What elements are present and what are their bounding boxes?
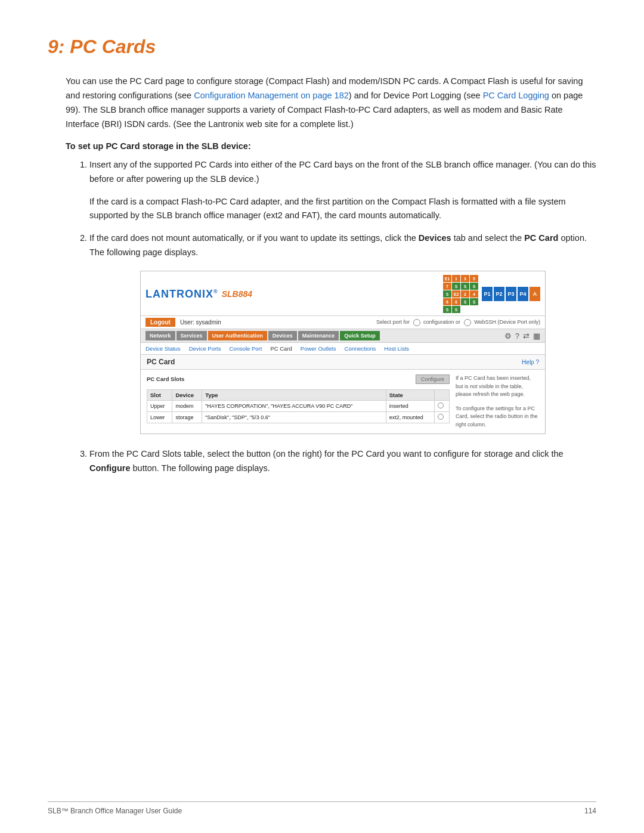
- subnav-host-lists[interactable]: Host Lists: [384, 345, 409, 352]
- gear-icon[interactable]: ⚙: [504, 332, 512, 340]
- select-port-text: Select port for configuration or WebSSH …: [376, 319, 540, 326]
- logo-reg: ®: [213, 289, 218, 295]
- col-device: Device: [172, 390, 202, 401]
- refresh-icon[interactable]: ⇄: [523, 332, 530, 340]
- nav-left: Network Services User Authentication Dev…: [145, 331, 380, 340]
- setup-heading: To set up PC Card storage in the SLB dev…: [66, 141, 596, 151]
- port-s8: S: [452, 306, 460, 313]
- nav-devices[interactable]: Devices: [268, 331, 297, 340]
- radio-upper[interactable]: [438, 402, 444, 408]
- cell-slot-1: Upper: [147, 401, 172, 412]
- footer-left: SLB™ Branch Office Manager User Guide: [48, 807, 182, 815]
- nav-services[interactable]: Services: [177, 331, 207, 340]
- nav-quick-setup[interactable]: Quick Setup: [340, 331, 380, 340]
- step-3: From the PC Card Slots table, select the…: [89, 447, 596, 476]
- table-row: Upper modem "HAYES CORPORATION", "HAYES …: [147, 401, 450, 412]
- col-type: Type: [202, 390, 386, 401]
- cell-radio-1[interactable]: [434, 401, 449, 412]
- nav-maintenance[interactable]: Maintenance: [298, 331, 339, 340]
- nav-network[interactable]: Network: [145, 331, 175, 340]
- cell-device-1: modem: [172, 401, 202, 412]
- port-s5: S: [461, 298, 469, 305]
- step-2: If the card does not mount automatically…: [89, 231, 596, 260]
- intro-paragraph: You can use the PC Card page to configur…: [66, 75, 596, 132]
- cell-type-2: "SanDisk", "SDP", "5/3 0.6": [202, 412, 386, 423]
- cell-slot-2: Lower: [147, 412, 172, 423]
- port-e2: E2: [452, 290, 460, 298]
- step-1: Insert any of the supported PC Cards int…: [89, 158, 596, 187]
- subnav-power-outlets[interactable]: Power Outlets: [301, 345, 336, 352]
- col-slot: Slot: [147, 390, 172, 401]
- ss-side-note: If a PC Card has been inserted, but is n…: [456, 374, 539, 429]
- table-header-row: Slot Device Type State: [147, 390, 450, 401]
- port-s6: S: [470, 298, 478, 305]
- step-1b: If the card is a compact Flash-to-PC Car…: [89, 195, 596, 224]
- help-link[interactable]: Help ?: [522, 359, 539, 366]
- p-boxes: P1 P2 P3 P4 A: [482, 287, 540, 301]
- model-label: SLB884: [222, 289, 252, 299]
- ss-logo: LANTRONIX® SLB884: [145, 288, 252, 301]
- ss-page-title-bar: PC Card Help ?: [141, 355, 545, 370]
- nav-user-auth[interactable]: User Authentication: [208, 331, 267, 340]
- port-4: 4: [470, 290, 478, 298]
- port-s4: S: [443, 290, 451, 298]
- screenshot: LANTRONIX® SLB884 E1 1 3 5 7 S S S S E2 …: [140, 271, 546, 434]
- port-3: 3: [461, 275, 469, 282]
- subnav-device-ports[interactable]: Device Ports: [189, 345, 221, 352]
- port-8: 8: [452, 298, 460, 305]
- ss-content: PC Card Slots Configure Slot Device Type…: [141, 370, 545, 433]
- side-note-2: To configure the settings for a PC Card,…: [456, 405, 539, 429]
- cell-device-2: storage: [172, 412, 202, 423]
- grid-icon[interactable]: ▦: [533, 332, 540, 340]
- col-state: State: [386, 390, 434, 401]
- subnav-device-status[interactable]: Device Status: [145, 345, 181, 352]
- port-grid: E1 1 3 5 7 S S S S E2 2 4 6 8 S S S: [443, 275, 540, 313]
- port-s2: S: [461, 283, 469, 290]
- port-s1: S: [452, 283, 460, 290]
- port-1: 1: [452, 275, 460, 282]
- table-row: Lower storage "SanDisk", "SDP", "5/3 0.6…: [147, 412, 450, 423]
- ss-table-area: PC Card Slots Configure Slot Device Type…: [147, 374, 450, 429]
- logout-button[interactable]: Logout: [145, 318, 175, 327]
- steps-list: Insert any of the supported PC Cards int…: [89, 158, 596, 187]
- nav-icons: ⚙ ? ⇄ ▦: [504, 332, 540, 340]
- port-2: 2: [461, 290, 469, 298]
- page-footer: SLB™ Branch Office Manager User Guide 11…: [48, 801, 596, 815]
- pc-card-table: Slot Device Type State Upper modem "HAYE…: [147, 389, 450, 423]
- chapter-title: 9: PC Cards: [48, 36, 596, 58]
- steps-list-2: If the card does not mount automatically…: [89, 231, 596, 260]
- logo-text: LANTRONIX®: [145, 288, 218, 301]
- cell-radio-2[interactable]: [434, 412, 449, 423]
- ss-nav: Network Services User Authentication Dev…: [141, 329, 545, 343]
- port-e1: E1: [443, 275, 451, 282]
- p3-box: P3: [506, 287, 516, 301]
- page-title: PC Card: [147, 358, 175, 366]
- cell-state-2: ext2, mounted: [386, 412, 434, 423]
- ss-user-row: Logout User: sysadmin Select port for co…: [141, 316, 545, 329]
- cell-state-1: inserted: [386, 401, 434, 412]
- port-7: 7: [443, 283, 451, 290]
- col-select: [434, 390, 449, 401]
- steps-list-3: From the PC Card Slots table, select the…: [89, 447, 596, 476]
- subnav-pc-card[interactable]: PC Card: [270, 345, 292, 352]
- port-6: 6: [443, 298, 451, 305]
- pc-card-logging-link[interactable]: PC Card Logging: [483, 91, 549, 100]
- p4-box: P4: [518, 287, 528, 301]
- p1-box: P1: [482, 287, 493, 301]
- ss-header: LANTRONIX® SLB884 E1 1 3 5 7 S S S S E2 …: [141, 271, 545, 316]
- port-box: E1 1 3 5 7 S S S S E2 2 4 6 8 S S S: [443, 275, 478, 313]
- subnav-connections[interactable]: Connections: [345, 345, 376, 352]
- port-s7: S: [443, 306, 451, 313]
- configure-button[interactable]: Configure: [416, 374, 450, 384]
- subnav-console-port[interactable]: Console Port: [229, 345, 262, 352]
- port-s3: S: [470, 283, 478, 290]
- side-note-1: If a PC Card has been inserted, but is n…: [456, 374, 539, 399]
- config-mgmt-link[interactable]: Configuration Management on page 182: [194, 91, 349, 100]
- footer-right: 114: [584, 807, 596, 815]
- question-icon[interactable]: ?: [515, 332, 519, 340]
- ss-subnav: Device Status Device Ports Console Port …: [141, 343, 545, 355]
- user-label: User: sysadmin: [180, 319, 221, 326]
- pa-box: A: [530, 287, 540, 301]
- radio-lower[interactable]: [438, 414, 444, 420]
- section-header-row: PC Card Slots Configure: [147, 374, 450, 386]
